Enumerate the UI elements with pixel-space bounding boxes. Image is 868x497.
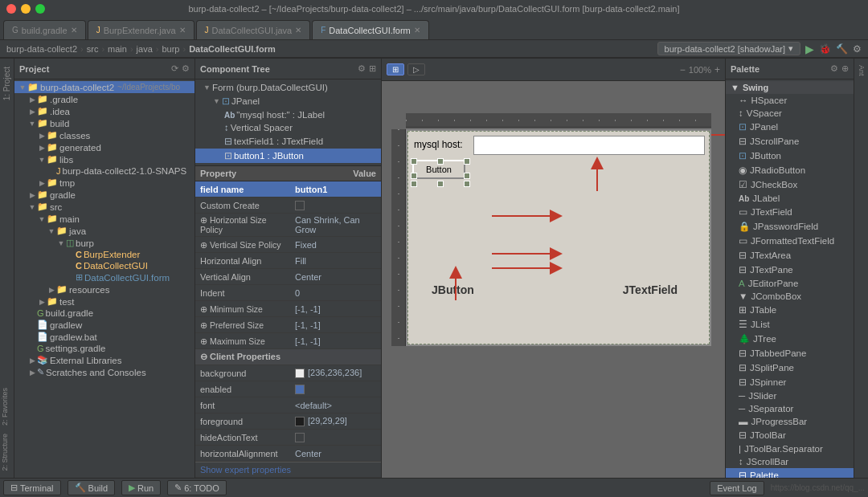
- list-item[interactable]: C BurpExtender: [14, 249, 194, 260]
- palette-item-jcombobox[interactable]: ▼ JComboBox: [726, 290, 854, 303]
- tab-datacollect-form[interactable]: F DataCollectGUI.form ✕: [312, 20, 429, 39]
- prop-row-foreground[interactable]: foreground [29,29,29]: [195, 413, 381, 430]
- palette-item-jspinner[interactable]: ⊟ JSpinner: [726, 375, 854, 389]
- list-item[interactable]: 📄 gradlew: [14, 319, 194, 331]
- side-tab-project[interactable]: 1: Project: [1, 62, 13, 105]
- list-item[interactable]: ▶ 📁 classes: [14, 129, 194, 141]
- close-button[interactable]: [6, 4, 16, 14]
- prop-row-valign[interactable]: Vertical Align Center: [195, 269, 381, 285]
- list-item[interactable]: ▼ 📁 src: [14, 201, 194, 213]
- prop-row-maxsize[interactable]: ⊕ Maximum Size [-1, -1]: [195, 333, 381, 349]
- comp-item-spacer[interactable]: ↕ Vertical Spacer: [195, 121, 381, 134]
- comp-tree-expand-icon[interactable]: ⊞: [369, 63, 376, 74]
- preview-mode-button[interactable]: ▷: [407, 63, 425, 75]
- palette-item-jlabel[interactable]: Ab JLabel: [726, 192, 854, 205]
- palette-item-jcheckbox[interactable]: ☑ JCheckBox: [726, 177, 854, 192]
- zoom-out-button[interactable]: −: [680, 64, 686, 75]
- side-tab-ant[interactable]: Ant: [857, 62, 866, 79]
- prop-row-prefsize[interactable]: ⊕ Preferred Size [-1, -1]: [195, 317, 381, 333]
- comp-item-jpanel[interactable]: ▼ ⊡ JPanel: [195, 94, 381, 108]
- palette-item-jseparator[interactable]: ─ JSeparator: [726, 402, 854, 415]
- list-item[interactable]: ▶ ✎ Scratches and Consoles: [14, 366, 194, 378]
- comp-item-textfield[interactable]: ⊟ textField1 : JTextField: [195, 134, 381, 149]
- palette-item-jprogressbar[interactable]: ▬ JProgressBar: [726, 415, 854, 428]
- event-log-button[interactable]: Event Log: [710, 481, 764, 495]
- comp-item-form[interactable]: ▼ Form (burp.DataCollectGUI): [195, 81, 381, 94]
- build-panel-button[interactable]: 🔨 Build: [68, 480, 115, 495]
- palette-item-jtextarea[interactable]: ⊟ JTextArea: [726, 248, 854, 263]
- minimize-button[interactable]: [21, 4, 31, 14]
- tab-build-gradle[interactable]: G build.gradle ✕: [3, 20, 86, 39]
- list-item[interactable]: ▶ 📁 generated: [14, 141, 194, 153]
- palette-item-hspacer[interactable]: ↔ HSpacer: [726, 94, 854, 107]
- list-item[interactable]: ▼ ◫ burp: [14, 237, 194, 249]
- settings-button[interactable]: ⚙: [853, 43, 862, 55]
- list-item[interactable]: G settings.gradle: [14, 343, 194, 354]
- palette-item-jformattedtextfield[interactable]: ▭ JFormattedTextField: [726, 234, 854, 248]
- tab-burp-extender[interactable]: J BurpExtender.java ✕: [88, 20, 194, 39]
- prop-row-halign[interactable]: Horizontal Align Fill: [195, 253, 381, 269]
- project-gear-icon[interactable]: ⚙: [182, 63, 190, 74]
- designer-mode-button[interactable]: ⊞: [387, 63, 404, 75]
- palette-item-jpanel[interactable]: ⊡ JPanel: [726, 120, 854, 134]
- prop-row-indent[interactable]: Indent 0: [195, 285, 381, 301]
- list-item[interactable]: 📄 gradlew.bat: [14, 331, 194, 343]
- list-item[interactable]: ▶ 📚 External Libraries: [14, 354, 194, 366]
- prop-row-custom-create[interactable]: Custom Create: [195, 198, 381, 214]
- prop-row-fieldname[interactable]: field name button1: [195, 181, 381, 198]
- prop-row-font[interactable]: font <default>: [195, 397, 381, 413]
- list-item[interactable]: J burp-data-collect2-1.0-SNAPS: [14, 165, 194, 177]
- side-tab-favorites[interactable]: 2: Favorites: [0, 385, 14, 429]
- tab-close-icon2[interactable]: ✕: [295, 26, 301, 35]
- list-item[interactable]: ▶ 📁 .idea: [14, 105, 194, 117]
- comp-item-jlabel[interactable]: Ab "mysql host:" : JLabel: [195, 108, 381, 121]
- debug-button[interactable]: 🐞: [819, 43, 831, 55]
- tree-root[interactable]: ▼ 📁 burp-data-collect2 ~/IdeaProjects/bo: [14, 81, 194, 93]
- list-item[interactable]: ▶ 📁 resources: [14, 283, 194, 295]
- palette-item-jtabbedpane[interactable]: ⊟ JTabbedPane: [726, 346, 854, 361]
- list-item[interactable]: ▶ 📁 test: [14, 295, 194, 308]
- palette-gear-icon[interactable]: ⚙: [830, 63, 838, 74]
- palette-item-jscrollbar[interactable]: ↕ JScrollBar: [726, 455, 854, 468]
- palette-item-jlist[interactable]: ☰ JList: [726, 317, 854, 332]
- palette-item-jpasswordfield[interactable]: 🔒 JPasswordField: [726, 219, 854, 234]
- palette-item-jtoolbar[interactable]: ⊟ JToolBar: [726, 428, 854, 442]
- text-field-preview[interactable]: [473, 136, 705, 155]
- side-tab-structure[interactable]: 2: Structure: [0, 430, 14, 475]
- palette-search-icon[interactable]: ⊕: [841, 63, 849, 74]
- tab-close-icon[interactable]: ✕: [179, 26, 186, 35]
- list-item[interactable]: ▶ 📁 gradle: [14, 189, 194, 201]
- prop-row-vsize[interactable]: ⊕ Vertical Size Policy Fixed: [195, 237, 381, 253]
- tab-close-icon[interactable]: ✕: [71, 26, 77, 35]
- list-item[interactable]: ▶ 📁 tmp: [14, 177, 194, 189]
- palette-item-jscrollpane[interactable]: ⊟ JScrollPane: [726, 134, 854, 149]
- tab-datacollect-java[interactable]: J DataCollectGUI.java ✕: [196, 20, 311, 39]
- maximize-button[interactable]: [35, 4, 45, 14]
- run-panel-button[interactable]: ▶ Run: [121, 480, 161, 495]
- tree-item-form[interactable]: ⊞ DataCollectGUI.form: [14, 271, 194, 283]
- prop-row-hideaction[interactable]: hideActionText: [195, 430, 381, 446]
- project-sync-icon[interactable]: ⟳: [171, 63, 178, 74]
- form-preview[interactable]: mysql host: Button: [406, 129, 711, 346]
- run-config-selector[interactable]: burp-data-collect2 [shadowJar] ▾: [657, 42, 800, 55]
- tab-close-active-icon[interactable]: ✕: [414, 26, 420, 35]
- palette-item-palette[interactable]: ⊟ Palette: [726, 468, 854, 478]
- palette-item-jslider[interactable]: ─ JSlider: [726, 389, 854, 402]
- comp-item-button[interactable]: ⊡ button1 : JButton: [195, 149, 381, 163]
- zoom-in-button[interactable]: +: [714, 64, 720, 75]
- palette-section-swing[interactable]: ▼ Swing: [726, 81, 854, 94]
- prop-row-halignment[interactable]: horizontalAlignment Center: [195, 446, 381, 462]
- list-item[interactable]: ▼ 📁 java: [14, 225, 194, 237]
- list-item[interactable]: ▶ 📁 .gradle: [14, 93, 194, 105]
- palette-item-jradiobutton[interactable]: ◉ JRadioButton: [726, 163, 854, 177]
- terminal-button[interactable]: ⊟ Terminal: [3, 480, 61, 495]
- prop-row-background[interactable]: background [236,236,236]: [195, 365, 381, 381]
- palette-item-jeditorpane[interactable]: A JEditorPane: [726, 277, 854, 290]
- list-item[interactable]: G build.gradle: [14, 308, 194, 319]
- comp-tree-gear-icon[interactable]: ⚙: [358, 63, 366, 74]
- prop-row-expert[interactable]: Show expert properties: [195, 462, 381, 478]
- list-item[interactable]: ▼ 📁 libs: [14, 153, 194, 165]
- list-item[interactable]: ▼ 📁 build: [14, 117, 194, 129]
- prop-row-enabled[interactable]: enabled: [195, 381, 381, 397]
- build-button[interactable]: 🔨: [836, 43, 848, 55]
